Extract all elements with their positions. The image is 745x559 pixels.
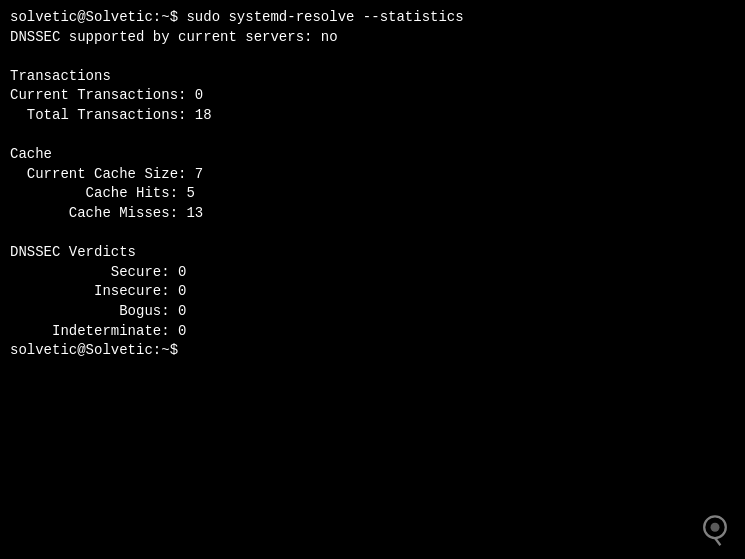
terminal-line: DNSSEC supported by current servers: no <box>10 28 735 48</box>
terminal-line: Secure: 0 <box>10 263 735 283</box>
terminal-line: solvetic@Solvetic:~$ sudo systemd-resolv… <box>10 8 735 28</box>
terminal-line <box>10 47 735 67</box>
terminal-line: Cache <box>10 145 735 165</box>
svg-line-2 <box>715 538 720 545</box>
terminal-line <box>10 126 735 146</box>
terminal-line: Transactions <box>10 67 735 87</box>
terminal-output: solvetic@Solvetic:~$ sudo systemd-resolv… <box>10 8 735 361</box>
svg-point-1 <box>711 523 720 532</box>
terminal-line <box>10 224 735 244</box>
terminal-line: Current Transactions: 0 <box>10 86 735 106</box>
terminal-line: Cache Hits: 5 <box>10 184 735 204</box>
terminal-line: Indeterminate: 0 <box>10 322 735 342</box>
terminal-line: Insecure: 0 <box>10 282 735 302</box>
terminal-window[interactable]: solvetic@Solvetic:~$ sudo systemd-resolv… <box>0 0 745 559</box>
terminal-line: DNSSEC Verdicts <box>10 243 735 263</box>
terminal-line: Current Cache Size: 7 <box>10 165 735 185</box>
terminal-line: Cache Misses: 13 <box>10 204 735 224</box>
terminal-line: Bogus: 0 <box>10 302 735 322</box>
terminal-line: solvetic@Solvetic:~$ <box>10 341 735 361</box>
terminal-line: Total Transactions: 18 <box>10 106 735 126</box>
solvetic-logo-icon <box>697 511 733 547</box>
